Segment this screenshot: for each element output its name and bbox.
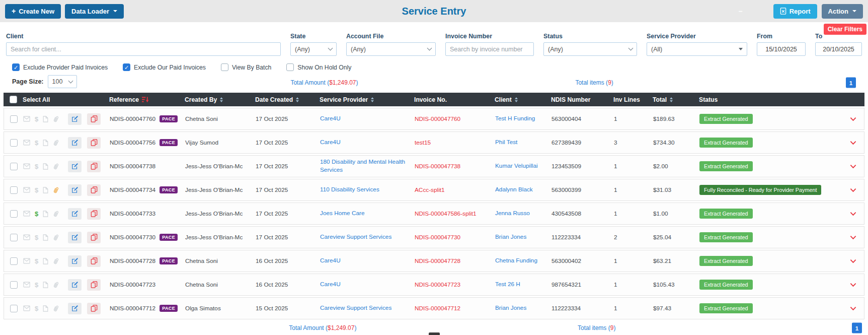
clear-filters-button[interactable]: Clear Filters (824, 24, 866, 35)
expand-chevron-icon[interactable] (842, 235, 864, 240)
column-header-invoice-no[interactable]: Invoice No. (414, 96, 495, 103)
client-link[interactable]: Jenna Russo (495, 210, 530, 217)
row-checkbox[interactable] (10, 210, 18, 218)
column-header-select-all[interactable]: Select All (23, 96, 109, 103)
expand-chevron-icon[interactable] (842, 117, 864, 121)
expand-chevron-icon[interactable] (842, 259, 864, 263)
pagination-page-1[interactable]: 1 (852, 323, 862, 333)
invoice-no-link[interactable]: NDIS-000047730 (415, 234, 460, 241)
service-provider-link[interactable]: Care4U (320, 281, 341, 288)
column-header-date-created[interactable]: Date Created (255, 96, 320, 103)
expand-chevron-icon[interactable] (842, 283, 864, 287)
sort-desc-icon[interactable] (139, 97, 149, 103)
account-file-select[interactable]: (Any) (346, 42, 436, 56)
service-provider-link[interactable]: Care4U (320, 257, 341, 264)
state-select[interactable]: (Any) (290, 42, 337, 56)
toggle-exclude-our-paid[interactable]: ✓ Exclude Our Paid Invoices (123, 63, 206, 71)
service-provider-link[interactable]: Careview Support Services (320, 304, 391, 311)
page-size-select[interactable]: 100 (48, 75, 77, 88)
column-header-reference[interactable]: Reference (109, 96, 185, 103)
invoice-number-input[interactable] (445, 42, 534, 56)
client-link[interactable]: Test 26 H (495, 281, 520, 288)
column-header-created-by[interactable]: Created By (185, 96, 255, 103)
row-checkbox[interactable] (10, 281, 18, 289)
pdf-export-button[interactable] (87, 303, 101, 314)
service-provider-link[interactable]: Care4U (320, 115, 341, 122)
edit-button[interactable] (68, 137, 82, 149)
sort-icon[interactable] (220, 97, 223, 102)
toggle-view-by-batch[interactable]: ✓ View By Batch (221, 63, 271, 71)
column-header-ndis-number[interactable]: NDIS Number (551, 96, 613, 103)
edit-button[interactable] (68, 184, 82, 196)
column-header-status[interactable]: Status (699, 96, 842, 103)
action-button[interactable]: Action (822, 4, 863, 19)
edit-button[interactable] (68, 208, 82, 220)
data-loader-button[interactable]: Data Loader (65, 4, 124, 19)
invoice-no-link[interactable]: test15 (415, 139, 431, 146)
row-checkbox[interactable] (10, 186, 18, 194)
row-checkbox[interactable] (10, 257, 18, 265)
edit-button[interactable] (68, 232, 82, 243)
client-link[interactable]: Phil Test (495, 139, 517, 146)
service-provider-link[interactable]: Careview Support Services (320, 233, 391, 240)
row-checkbox[interactable] (10, 305, 18, 312)
status-select[interactable]: (Any) (543, 42, 637, 56)
invoice-no-link[interactable]: NDIS-000047723 (415, 281, 460, 288)
client-link[interactable]: Test H Funding (495, 115, 535, 122)
sort-icon[interactable] (515, 97, 518, 102)
row-checkbox[interactable] (10, 234, 18, 241)
invoice-no-link[interactable]: NDIS-000047586-split1 (415, 210, 477, 217)
row-checkbox[interactable] (10, 115, 18, 123)
edit-button[interactable] (68, 303, 82, 314)
edit-button[interactable] (68, 279, 82, 291)
toggle-exclude-provider-paid[interactable]: ✓ Exclude Provider Paid Invoices (12, 63, 108, 71)
client-link[interactable]: Brian Jones (495, 233, 526, 240)
pdf-export-button[interactable] (87, 184, 101, 196)
pdf-export-button[interactable] (87, 279, 101, 291)
edit-button[interactable] (68, 255, 82, 267)
client-link[interactable]: Adalynn Black (495, 186, 533, 193)
checkbox-icon[interactable]: ✓ (12, 63, 20, 71)
sort-icon[interactable] (371, 97, 374, 102)
service-provider-link[interactable]: 110 Disability Services (320, 186, 379, 193)
pdf-export-button[interactable] (87, 113, 101, 125)
client-link[interactable]: Chetna Funding (495, 257, 537, 264)
expand-chevron-icon[interactable] (842, 164, 864, 169)
select-all-checkbox[interactable] (10, 96, 17, 103)
paperclip-icon[interactable] (53, 186, 59, 193)
payment-dollar-icon[interactable]: $ (35, 210, 38, 218)
edit-button[interactable] (68, 113, 82, 125)
expand-chevron-icon[interactable] (842, 188, 864, 192)
client-link[interactable]: Kumar Velupillai (495, 162, 538, 169)
row-checkbox[interactable] (10, 163, 18, 170)
from-date-input[interactable] (757, 42, 806, 56)
toggle-show-on-hold[interactable]: ✓ Show On Hold Only (286, 63, 351, 71)
expand-chevron-icon[interactable] (842, 141, 864, 145)
create-new-button[interactable]: + Create New (5, 4, 61, 19)
pdf-export-button[interactable] (87, 161, 101, 172)
client-link[interactable]: Brian Jones (495, 304, 526, 311)
service-provider-link[interactable]: 180 Disability and Mental Health Service… (320, 158, 405, 173)
sort-icon[interactable] (296, 97, 299, 102)
service-provider-link[interactable]: Care4U (320, 139, 341, 146)
column-header-inv-lines[interactable]: Inv Lines (613, 96, 653, 103)
checkbox-icon[interactable]: ✓ (221, 63, 228, 71)
pdf-export-button[interactable] (87, 232, 101, 243)
pdf-export-button[interactable] (87, 255, 101, 267)
pdf-export-button[interactable] (87, 208, 101, 220)
service-provider-link[interactable]: Joes Home Care (320, 210, 365, 217)
invoice-no-link[interactable]: NDIS-000047728 (415, 257, 460, 264)
checkbox-icon[interactable]: ✓ (123, 63, 130, 71)
pdf-export-button[interactable] (87, 137, 101, 149)
expand-chevron-icon[interactable] (842, 306, 864, 311)
to-date-input[interactable] (815, 42, 862, 56)
pagination-page-1[interactable]: 1 (846, 78, 856, 88)
report-button[interactable]: Report (773, 4, 817, 19)
column-header-service-provider[interactable]: Service Provider (320, 96, 414, 103)
column-header-client[interactable]: Client (495, 96, 551, 103)
invoice-no-link[interactable]: ACcc-split1 (415, 186, 445, 193)
invoice-no-link[interactable]: NDIS-000047738 (415, 163, 460, 170)
expand-chevron-icon[interactable] (842, 212, 864, 216)
sort-icon[interactable] (670, 97, 673, 102)
client-search-input[interactable] (6, 42, 281, 56)
